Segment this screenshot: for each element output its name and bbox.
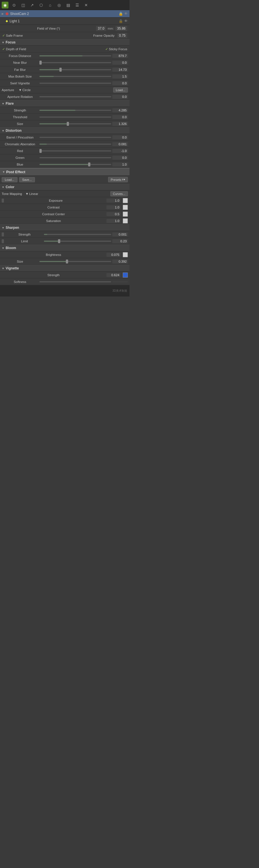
post-load-button[interactable]: Load... <box>2 177 17 182</box>
sharpen-section-header[interactable]: ▼ Sharpen <box>0 224 130 231</box>
sharpen-strength-track[interactable] <box>44 234 111 235</box>
contrast-value[interactable]: 1.0 <box>106 205 120 209</box>
vignette-section-header[interactable]: ▼ Vignette <box>0 265 130 272</box>
toolbar-icon-4[interactable]: ⬡ <box>38 2 44 8</box>
dof-check[interactable]: ✓ Depth of Field <box>2 47 26 51</box>
sticky-focus-check[interactable]: ✓ Sticky Focus <box>105 47 127 51</box>
max-bokeh-label: Max Bokeh Size <box>2 75 38 78</box>
aperture-label: Aperture <box>2 88 14 92</box>
green-value[interactable]: 0.0 <box>112 156 128 160</box>
contrast-center-swatch[interactable] <box>123 212 128 217</box>
toolbar-icon-8[interactable]: ☰ <box>74 2 80 8</box>
fov-value[interactable]: 37.0 <box>96 26 106 31</box>
contrast-center-value[interactable]: 0.5 <box>106 212 120 216</box>
vignette-strength-value[interactable]: 0.624 <box>106 273 120 277</box>
color-section-header[interactable]: ▼ Color <box>0 184 130 190</box>
sharpen-limit-thumb[interactable] <box>2 239 4 243</box>
exposure-slider[interactable] <box>2 198 4 203</box>
vignette-softness-track[interactable] <box>39 281 111 282</box>
light-object-row[interactable]: ◆ Light 1 🔒 👁 <box>0 18 130 25</box>
swirl-value[interactable]: 0.0 <box>112 81 128 85</box>
eye-icon-camera[interactable]: 👁 <box>124 11 128 16</box>
sharpen-strength-row: Strength 0.001 <box>0 231 130 238</box>
saturation-swatch[interactable] <box>123 218 128 223</box>
blue-track[interactable] <box>39 164 111 165</box>
presets-icon: ≡▾ <box>122 178 125 181</box>
blue-value[interactable]: 1.0 <box>112 162 128 166</box>
barrel-value[interactable]: 0.0 <box>112 135 128 140</box>
far-blur-value[interactable]: 14.73 <box>112 68 128 72</box>
bloom-section-header[interactable]: ▼ Bloom <box>0 245 130 251</box>
exposure-swatch[interactable] <box>123 198 128 203</box>
sharpen-strength-value[interactable]: 0.001 <box>112 232 128 237</box>
lock-icon[interactable]: 🔒 <box>118 11 123 16</box>
aperture-load-button[interactable]: Load... <box>113 88 128 93</box>
flare-size-value[interactable]: 1.326 <box>112 122 128 126</box>
max-bokeh-track[interactable] <box>39 76 111 77</box>
bloom-brightness-swatch[interactable] <box>123 252 128 257</box>
presets-button[interactable]: Presets ≡▾ <box>108 177 128 182</box>
toolbar-icon-6[interactable]: ◎ <box>56 2 63 8</box>
max-bokeh-value[interactable]: 1.5 <box>112 74 128 79</box>
distortion-section-header[interactable]: ▼ Distortion <box>0 127 130 134</box>
exposure-value[interactable]: 1.0 <box>106 198 120 203</box>
flare-strength-value[interactable]: 4.285 <box>112 108 128 112</box>
focus-distance-value[interactable]: 879.7 <box>112 54 128 58</box>
flare-threshold-value[interactable]: 0.0 <box>112 115 128 119</box>
safe-frame-check[interactable]: ✓ Safe Frame <box>2 34 23 37</box>
vignette-softness-value[interactable] <box>112 282 128 282</box>
saturation-row: Saturation 1.0 <box>0 217 130 224</box>
green-track[interactable] <box>39 157 111 158</box>
vignette-strength-swatch[interactable] <box>123 273 128 278</box>
bloom-size-track[interactable] <box>39 261 111 262</box>
tone-mapping-dropdown[interactable]: ▼ Linear <box>25 192 38 195</box>
flare-section-header[interactable]: ▼ Flare <box>0 100 130 107</box>
focus-distance-track[interactable] <box>39 55 111 56</box>
curves-button[interactable]: Curves... <box>110 191 128 196</box>
swirl-track[interactable] <box>39 83 111 84</box>
toolbar-icon-9[interactable]: ✕ <box>83 2 89 8</box>
chromatic-track[interactable] <box>39 144 111 145</box>
sticky-checkmark: ✓ <box>105 47 108 51</box>
aperture-dropdown[interactable]: ▼ Circle <box>18 88 31 92</box>
mm-value[interactable]: 35.86 <box>115 26 127 31</box>
aperture-rotation-track[interactable] <box>39 96 111 97</box>
bloom-size-value[interactable]: 0.392 <box>112 259 128 264</box>
sharpen-limit-value[interactable]: 0.23 <box>112 239 128 243</box>
eye-icon-light[interactable]: 👁 <box>124 19 128 23</box>
saturation-value[interactable]: 1.0 <box>106 219 120 223</box>
frame-opacity-value[interactable]: 0.75 <box>117 33 127 38</box>
toolbar-icon-2[interactable]: ◫ <box>20 2 27 8</box>
flare-strength-track[interactable] <box>39 110 111 111</box>
flare-size-track[interactable] <box>39 123 111 124</box>
sharpen-strength-thumb[interactable] <box>2 232 4 237</box>
aperture-rotation-value[interactable]: 0.0 <box>112 95 128 99</box>
red-track[interactable] <box>39 150 111 152</box>
toolbar-icon-3[interactable]: ↗ <box>29 2 35 8</box>
far-blur-track[interactable] <box>39 69 111 70</box>
bloom-brightness-value[interactable]: 0.075 <box>106 253 120 257</box>
toolbar-icon-0[interactable]: ◉ <box>2 2 8 8</box>
near-blur-track[interactable] <box>39 62 111 63</box>
contrast-swatch[interactable] <box>123 205 128 210</box>
lock-icon-light[interactable]: 🔒 <box>118 19 123 23</box>
focus-section-header[interactable]: ▼ Focus <box>0 39 130 46</box>
camera-object-row[interactable]: ▶ ShootCam 2 🔒 👁 <box>0 10 130 18</box>
contrast-center-label: Contrast Center <box>2 212 105 216</box>
sharpen-limit-track[interactable] <box>44 241 111 242</box>
flare-threshold-track[interactable] <box>39 117 111 118</box>
fov-label: Field of View (°) <box>2 27 95 30</box>
toolbar-icon-7[interactable]: ▤ <box>65 2 72 8</box>
post-save-button[interactable]: Save... <box>19 177 35 182</box>
chromatic-label: Chromatic Aberration <box>2 143 38 146</box>
toolbar-icon-5[interactable]: ⌂ <box>47 2 53 8</box>
blue-label: Blue <box>2 163 38 166</box>
barrel-track[interactable] <box>39 137 111 138</box>
chromatic-value[interactable]: 0.081 <box>112 142 128 146</box>
red-value[interactable]: -1.0 <box>112 149 128 153</box>
vignette-strength-label: Strength <box>2 273 105 277</box>
toolbar-icon-1[interactable]: ⊙ <box>11 2 17 8</box>
barrel-row: Barrel / Pincushion 0.0 <box>0 134 130 141</box>
near-blur-value[interactable]: 0.0 <box>112 61 128 65</box>
aperture-type: Circle <box>23 88 31 92</box>
